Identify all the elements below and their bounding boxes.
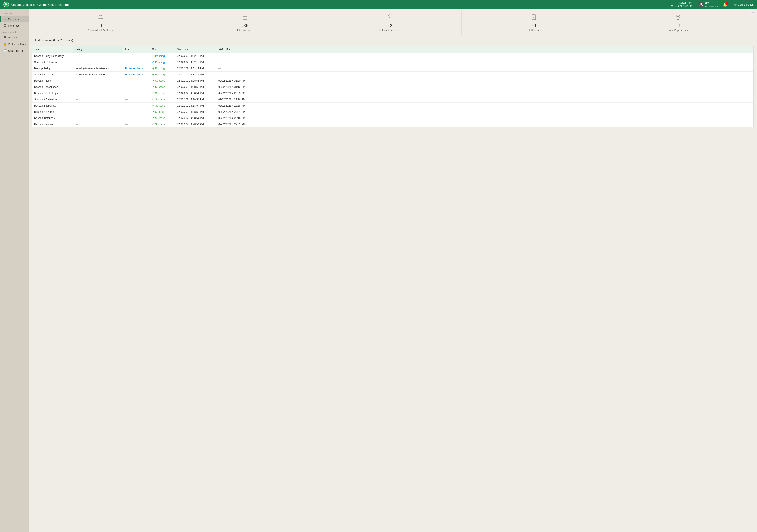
sidebar-item-session-logs[interactable]: 📋 Session Logs: [0, 47, 29, 54]
svg-rect-2: [4, 24, 5, 25]
cell-start-time: 02/02/2021 4:32:12 PM: [175, 59, 216, 65]
svg-point-7: [100, 15, 101, 15]
status-icon: ✔: [152, 79, 154, 82]
user-dropdown-icon[interactable]: ▾: [710, 2, 711, 4]
svg-rect-13: [532, 15, 535, 20]
cell-start-time: 02/02/2021 4:32:12 PM: [175, 53, 216, 59]
main-content: ··· → 0 Alarms (Last 24 Hours) ↓: [29, 9, 757, 532]
cell-type: Rescan Crypto Keys: [32, 90, 74, 96]
cell-stop-time: 02/02/2021 4:31:12 PM: [216, 84, 753, 90]
table-row: Rescan Snapshots——✔Success02/02/2021 4:2…: [32, 103, 753, 109]
user-name: dry: [705, 2, 709, 5]
total-policies-value: → 1: [531, 23, 537, 28]
stat-alarms: → 0 Alarms (Last 24 Hours): [29, 10, 173, 35]
status-icon: ✔: [152, 85, 154, 89]
cell-status: ✔Success: [150, 90, 175, 96]
cell-items: —: [123, 84, 150, 90]
sidebar-item-session-logs-label: Session Logs: [8, 49, 24, 52]
sidebar-item-overview-label: Overview: [8, 17, 19, 21]
cell-type: Rescan Regions: [32, 121, 74, 128]
cell-type: Rescan Instances: [32, 115, 74, 121]
cell-items: —: [123, 115, 150, 121]
server-time-value: Feb 2, 2021 4:32 PM: [669, 4, 692, 8]
svg-rect-9: [243, 16, 247, 18]
cell-type: Snapshot Retention: [32, 96, 74, 103]
status-label: Running: [155, 67, 165, 70]
status-label: Success: [155, 117, 165, 120]
sidebar: Monitoring ⌂ Overview Instances Manageme…: [0, 9, 29, 532]
total-repositories-label: Total Repositories: [668, 29, 688, 32]
monitoring-section-label: Monitoring: [0, 11, 29, 16]
cell-stop-time: —: [216, 53, 753, 59]
cell-status: ✔Success: [150, 78, 175, 84]
alarms-icon: [98, 14, 104, 22]
cell-policy: —: [74, 121, 123, 128]
cell-status: ✔Success: [150, 103, 175, 109]
cell-start-time: 02/02/2021 4:28:55 PM: [175, 84, 216, 90]
instances-icon: [3, 24, 6, 27]
cell-stop-time: 02/02/2021 4:31:30 PM: [216, 78, 753, 84]
cell-policy: —: [74, 53, 123, 59]
top-more-button[interactable]: ···: [750, 10, 755, 15]
svg-rect-3: [5, 24, 6, 25]
total-policies-label: Total Policies: [527, 29, 541, 32]
cell-type: Rescan Snapshots: [32, 103, 74, 109]
cell-type: Rescan Policy Repository: [32, 53, 74, 59]
svg-point-17: [676, 15, 680, 16]
svg-point-12: [389, 17, 390, 18]
cell-items: —: [123, 59, 150, 65]
cell-policy: a-policy-for-nested-instances: [74, 72, 123, 78]
sidebar-item-instances[interactable]: Instances: [0, 22, 29, 29]
cell-start-time: 02/02/2021 4:32:12 PM: [175, 72, 216, 78]
server-time-section: Server Time: Feb 2, 2021 4:32 PM: [669, 1, 692, 8]
table-header-row: Type Policy Items Status Start Time Stop…: [32, 46, 753, 53]
total-repositories-icon: [675, 14, 681, 22]
cell-items: —: [123, 78, 150, 84]
sidebar-item-policies[interactable]: ☰ Policies: [0, 34, 29, 41]
alarms-value: → 0: [98, 23, 104, 28]
total-instances-label: Total Instances: [237, 29, 253, 32]
svg-rect-4: [4, 26, 5, 27]
cell-items: —: [123, 96, 150, 103]
sidebar-item-overview[interactable]: ⌂ Overview: [0, 16, 29, 22]
stat-protected-instances: → 2 Protected Instances: [317, 10, 462, 35]
items-link[interactable]: Protected Items: [125, 67, 143, 70]
status-label: Success: [155, 92, 165, 95]
sidebar-item-protected-data[interactable]: 🔒 Protected Data: [0, 41, 29, 47]
table-row: Rescan Prices——✔Success02/02/2021 4:28:5…: [32, 78, 753, 84]
status-label: Success: [155, 104, 165, 107]
notification-button[interactable]: 🔔 1: [722, 2, 728, 7]
cell-status: ✔Success: [150, 84, 175, 90]
home-icon: ⌂: [3, 17, 6, 21]
app-logo-icon: [3, 2, 9, 8]
table-more-button[interactable]: ···: [748, 47, 751, 51]
total-repositories-value: → 1: [675, 23, 681, 28]
cell-type: Snapshot Policy: [32, 72, 74, 78]
cell-policy: —: [74, 115, 123, 121]
total-policies-count: 1: [534, 23, 537, 28]
status-label: Success: [155, 123, 165, 126]
cell-items[interactable]: Protected Items: [123, 65, 150, 72]
status-icon: ◉: [152, 67, 154, 70]
alarms-arrow: →: [98, 24, 101, 27]
col-start-time[interactable]: Start Time: [175, 46, 216, 53]
svg-rect-5: [5, 26, 6, 27]
total-repositories-count: 1: [678, 23, 681, 28]
status-label: Pending: [155, 55, 165, 57]
svg-rect-8: [243, 15, 247, 16]
table-row: Snapshot Retention——✔Success02/02/2021 4…: [32, 96, 753, 103]
status-icon: ✔: [152, 104, 154, 107]
sessions-title: Latest Sessions (Last 24 Hours): [32, 39, 73, 42]
cell-type: Rescan Networks: [32, 109, 74, 115]
items-link[interactable]: Protected Items: [125, 73, 143, 76]
cell-items[interactable]: Protected Items: [123, 72, 150, 78]
sidebar-item-protected-data-label: Protected Data: [8, 43, 26, 46]
sessions-table: Type Policy Items Status Start Time Stop…: [32, 46, 753, 127]
configuration-button[interactable]: ⚙ Configuration: [732, 3, 754, 6]
cell-stop-time: 02/02/2021 4:29:53 PM: [216, 90, 753, 96]
col-stop-time: Stop Time ···: [216, 46, 753, 53]
status-label: Running: [155, 73, 165, 76]
cell-policy: a-policy-for-nested-instances: [74, 65, 123, 72]
table-row: Snapshot Retention——⊙Pending02/02/2021 4…: [32, 59, 753, 65]
lock-icon: 🔒: [3, 43, 6, 46]
